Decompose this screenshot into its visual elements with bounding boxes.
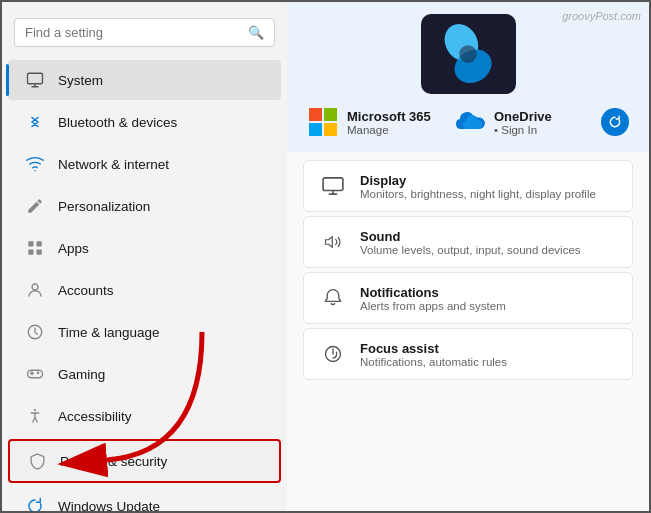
network-icon xyxy=(24,153,46,175)
svg-rect-17 xyxy=(324,108,337,121)
refresh-button[interactable] xyxy=(601,108,629,136)
sidebar-item-bluetooth[interactable]: Bluetooth & devices xyxy=(8,102,281,142)
svg-point-8 xyxy=(34,409,36,411)
notifications-sub: Alerts from apps and system xyxy=(360,300,506,312)
onedrive-app[interactable]: OneDrive • Sign In xyxy=(454,106,581,138)
sidebar-label-accounts: Accounts xyxy=(58,283,114,298)
sidebar-item-system[interactable]: System xyxy=(8,60,281,100)
sidebar-item-gaming[interactable]: Gaming xyxy=(8,354,281,394)
settings-item-focus[interactable]: Focus assist Notifications, automatic ru… xyxy=(303,328,633,380)
svg-point-5 xyxy=(32,284,38,290)
search-icon: 🔍 xyxy=(248,25,264,40)
svg-rect-18 xyxy=(309,123,322,136)
onedrive-info: OneDrive • Sign In xyxy=(494,109,552,136)
sidebar-item-privacy[interactable]: Privacy & security xyxy=(8,439,281,483)
sound-title: Sound xyxy=(360,229,581,244)
watermark: groovyPost.com xyxy=(562,10,641,22)
sidebar-label-accessibility: Accessibility xyxy=(58,409,132,424)
personalization-icon xyxy=(24,195,46,217)
time-icon xyxy=(24,321,46,343)
settings-list: Display Monitors, brightness, night ligh… xyxy=(287,152,649,513)
svg-rect-2 xyxy=(37,241,42,246)
sidebar-label-bluetooth: Bluetooth & devices xyxy=(58,115,177,130)
m365-info: Microsoft 365 Manage xyxy=(347,109,431,136)
app-container: 🔍 System Bluetooth & device xyxy=(2,2,649,513)
sidebar-label-system: System xyxy=(58,73,103,88)
svg-rect-19 xyxy=(324,123,337,136)
m365-sub: Manage xyxy=(347,124,431,136)
sidebar-item-accounts[interactable]: Accounts xyxy=(8,270,281,310)
notifications-icon xyxy=(318,283,348,313)
profile-area: Microsoft 365 Manage OneDrive • Sign xyxy=(287,2,649,152)
svg-rect-4 xyxy=(37,250,42,255)
svg-rect-1 xyxy=(28,241,33,246)
search-input[interactable] xyxy=(25,25,248,40)
sound-text: Sound Volume levels, output, input, soun… xyxy=(360,229,581,256)
svg-point-15 xyxy=(459,45,477,63)
onedrive-icon xyxy=(454,106,486,138)
sidebar: 🔍 System Bluetooth & device xyxy=(2,2,287,513)
svg-rect-16 xyxy=(309,108,322,121)
sidebar-label-time: Time & language xyxy=(58,325,160,340)
sidebar-label-privacy: Privacy & security xyxy=(60,454,167,469)
m365-app[interactable]: Microsoft 365 Manage xyxy=(307,106,434,138)
system-icon xyxy=(24,69,46,91)
onedrive-sub: • Sign In xyxy=(494,124,552,136)
focus-text: Focus assist Notifications, automatic ru… xyxy=(360,341,507,368)
update-icon xyxy=(24,495,46,513)
bluetooth-icon xyxy=(24,111,46,133)
onedrive-name: OneDrive xyxy=(494,109,552,124)
m365-name: Microsoft 365 xyxy=(347,109,431,124)
gaming-icon xyxy=(24,363,46,385)
sidebar-item-accessibility[interactable]: Accessibility xyxy=(8,396,281,436)
svg-rect-7 xyxy=(28,370,43,378)
svg-marker-21 xyxy=(326,237,333,248)
display-text: Display Monitors, brightness, night ligh… xyxy=(360,173,596,200)
sidebar-item-apps[interactable]: Apps xyxy=(8,228,281,268)
sidebar-item-time[interactable]: Time & language xyxy=(8,312,281,352)
sidebar-item-update[interactable]: Windows Update xyxy=(8,486,281,513)
svg-rect-0 xyxy=(28,73,43,84)
main-content: groovyPost.com xyxy=(287,2,649,513)
sidebar-item-personalization[interactable]: Personalization xyxy=(8,186,281,226)
display-icon xyxy=(318,171,348,201)
m365-icon xyxy=(307,106,339,138)
profile-apps-row: Microsoft 365 Manage OneDrive • Sign xyxy=(307,106,629,138)
settings-item-notifications[interactable]: Notifications Alerts from apps and syste… xyxy=(303,272,633,324)
notifications-title: Notifications xyxy=(360,285,506,300)
focus-title: Focus assist xyxy=(360,341,507,356)
accounts-icon xyxy=(24,279,46,301)
sidebar-label-network: Network & internet xyxy=(58,157,169,172)
sidebar-label-personalization: Personalization xyxy=(58,199,150,214)
settings-item-sound[interactable]: Sound Volume levels, output, input, soun… xyxy=(303,216,633,268)
display-title: Display xyxy=(360,173,596,188)
sidebar-label-update: Windows Update xyxy=(58,499,160,514)
sound-icon xyxy=(318,227,348,257)
apps-icon xyxy=(24,237,46,259)
display-sub: Monitors, brightness, night light, displ… xyxy=(360,188,596,200)
notifications-text: Notifications Alerts from apps and syste… xyxy=(360,285,506,312)
sound-sub: Volume levels, output, input, sound devi… xyxy=(360,244,581,256)
sidebar-label-apps: Apps xyxy=(58,241,89,256)
windows-logo xyxy=(421,14,516,94)
search-box[interactable]: 🔍 xyxy=(14,18,275,47)
privacy-icon xyxy=(26,450,48,472)
settings-item-display[interactable]: Display Monitors, brightness, night ligh… xyxy=(303,160,633,212)
focus-sub: Notifications, automatic rules xyxy=(360,356,507,368)
sidebar-item-network[interactable]: Network & internet xyxy=(8,144,281,184)
svg-rect-3 xyxy=(28,250,33,255)
svg-rect-20 xyxy=(323,178,343,191)
accessibility-icon xyxy=(24,405,46,427)
focus-icon xyxy=(318,339,348,369)
sidebar-label-gaming: Gaming xyxy=(58,367,105,382)
